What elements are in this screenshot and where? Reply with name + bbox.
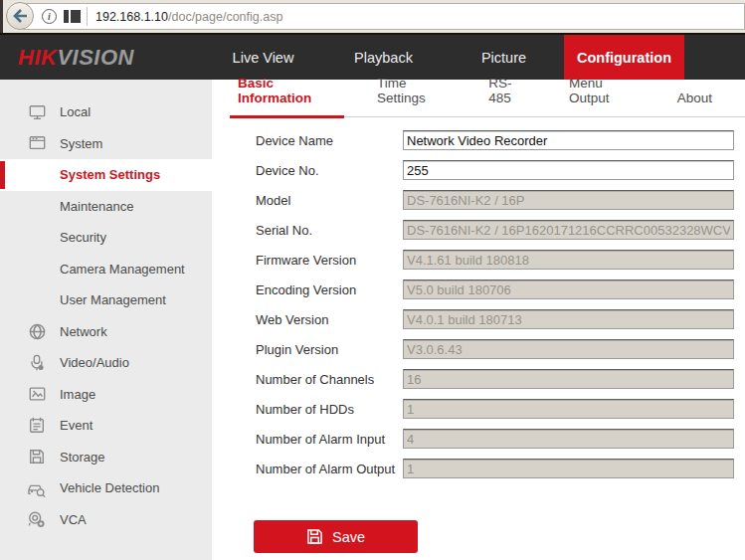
- vca-camera-icon: [27, 509, 47, 529]
- sidebar-item-video-audio[interactable]: Video/Audio: [0, 347, 212, 379]
- sidebar-item-label: Video/Audio: [60, 355, 129, 370]
- url-text: 192.168.1.10/doc/page/config.asp: [95, 10, 282, 24]
- top-nav: Live ViewPlaybackPictureConfiguration: [203, 35, 684, 80]
- field-label: Plugin Version: [256, 339, 403, 357]
- form-row: Device Name: [212, 130, 745, 160]
- sidebar-item-user-management[interactable]: User Management: [0, 284, 212, 316]
- microphone-icon: [27, 353, 47, 373]
- main-panel: Basic InformationTime SettingsRS-485Menu…: [212, 80, 745, 560]
- app-header: HIKVISION Live ViewPlaybackPictureConfig…: [0, 35, 745, 80]
- sidebar-item-label: System: [60, 136, 102, 151]
- field-label: Model: [256, 190, 403, 208]
- field-label: Device Name: [256, 130, 403, 148]
- logo-hik: HIK: [18, 45, 57, 71]
- url-field[interactable]: i 192.168.1.10/doc/page/config.asp: [21, 3, 745, 30]
- field-label: Number of Channels: [256, 369, 403, 387]
- globe-icon: [27, 321, 47, 341]
- tab-time-settings[interactable]: Time Settings: [369, 76, 456, 118]
- sidebar-item-label: Camera Management: [60, 262, 185, 277]
- image-icon: [27, 384, 47, 404]
- field-input-number-of-channels: [403, 369, 734, 389]
- page-info-icon[interactable]: i: [42, 9, 57, 24]
- system-window-icon: [27, 133, 47, 153]
- sidebar-item-label: Maintenance: [60, 199, 133, 214]
- save-floppy-icon: [306, 528, 323, 545]
- sidebar-nav: LocalSystemSystem SettingsMaintenanceSec…: [0, 80, 212, 560]
- nav-configuration[interactable]: Configuration: [564, 35, 684, 80]
- floppy-disk-icon: [27, 447, 47, 467]
- hikvision-logo: HIKVISION: [0, 35, 203, 80]
- tab-about[interactable]: About: [669, 91, 720, 118]
- sidebar-item-label: Vehicle Detection: [60, 480, 159, 495]
- tab-menu-output[interactable]: Menu Output: [561, 76, 645, 118]
- sidebar-item-system[interactable]: System: [0, 128, 212, 160]
- sidebar-item-security[interactable]: Security: [0, 222, 212, 254]
- sidebar-item-label: User Management: [60, 292, 166, 307]
- sidebar-item-storage[interactable]: Storage: [0, 442, 212, 473]
- field-label: Serial No.: [256, 220, 403, 238]
- nav-picture[interactable]: Picture: [444, 35, 564, 80]
- form-row: Number of HDDs: [212, 399, 745, 429]
- form-row: Device No.: [212, 160, 745, 190]
- field-input-encoding-version: [403, 280, 734, 299]
- field-input-device-name[interactable]: [403, 130, 734, 150]
- form-row: Number of Alarm Input: [212, 429, 745, 459]
- field-input-web-version: [403, 309, 734, 329]
- site-icon[interactable]: [64, 10, 81, 23]
- browser-address-bar: i 192.168.1.10/doc/page/config.asp: [0, 0, 745, 33]
- sidebar-item-label: Storage: [60, 450, 105, 465]
- sidebar-item-label: Event: [60, 418, 93, 433]
- sidebar-item-label: System Settings: [60, 167, 160, 182]
- tab-rs-485[interactable]: RS-485: [480, 76, 536, 118]
- save-button-label: Save: [332, 529, 365, 545]
- sidebar-item-label: Security: [60, 230, 106, 245]
- vehicle-search-icon: [27, 478, 47, 498]
- field-input-number-of-hdds: [403, 399, 734, 419]
- sidebar-item-vca[interactable]: VCA: [0, 504, 212, 536]
- field-label: Device No.: [256, 160, 403, 178]
- field-label: Encoding Version: [256, 280, 403, 297]
- save-button[interactable]: Save: [254, 520, 418, 553]
- form-row: Number of Channels: [212, 369, 745, 399]
- form-row: Serial No.: [212, 220, 745, 250]
- field-label: Number of HDDs: [256, 399, 403, 417]
- sidebar-item-vehicle-detection[interactable]: Vehicle Detection: [0, 472, 212, 504]
- sidebar-item-label: Local: [60, 104, 91, 119]
- content-area: LocalSystemSystem SettingsMaintenanceSec…: [0, 80, 745, 560]
- form-row: Plugin Version: [212, 339, 745, 369]
- field-label: Web Version: [256, 309, 403, 327]
- form-row: Encoding Version: [212, 280, 745, 309]
- field-input-plugin-version: [403, 339, 734, 359]
- url-host: 192.168.1.10: [95, 10, 168, 24]
- sidebar-item-image[interactable]: Image: [0, 379, 212, 411]
- sidebar-item-local[interactable]: Local: [0, 96, 212, 128]
- sidebar-item-camera-management[interactable]: Camera Management: [0, 254, 212, 285]
- field-label: Firmware Version: [256, 250, 403, 268]
- field-input-number-of-alarm-output: [403, 459, 734, 478]
- field-input-firmware-version: [403, 250, 734, 270]
- field-input-serial-no: [403, 220, 734, 240]
- back-arrow-icon: [12, 9, 28, 23]
- nav-live-view[interactable]: Live View: [203, 35, 323, 80]
- event-calendar-icon: [27, 416, 47, 436]
- nav-playback[interactable]: Playback: [323, 35, 444, 80]
- form-row: Number of Alarm Output: [212, 459, 745, 488]
- browser-back-button[interactable]: [6, 2, 34, 30]
- sidebar-item-network[interactable]: Network: [0, 316, 212, 348]
- sidebar-item-event[interactable]: Event: [0, 410, 212, 442]
- sidebar-item-label: VCA: [60, 512, 87, 527]
- url-path: /doc/page/config.asp: [168, 10, 282, 24]
- logo-vision: VISION: [57, 45, 134, 71]
- tab-bar: Basic InformationTime SettingsRS-485Menu…: [230, 80, 745, 117]
- basic-information-form: Device NameDevice No.ModelSerial No.Firm…: [212, 130, 745, 488]
- selected-indicator: [0, 161, 5, 189]
- field-input-device-no[interactable]: [403, 160, 734, 180]
- form-row: Firmware Version: [212, 250, 745, 280]
- tab-basic-information[interactable]: Basic Information: [230, 76, 344, 118]
- sidebar-item-maintenance[interactable]: Maintenance: [0, 191, 212, 223]
- sidebar-item-label: Network: [60, 324, 107, 339]
- sidebar-item-system-settings[interactable]: System Settings: [0, 159, 212, 191]
- field-label: Number of Alarm Output: [256, 459, 403, 476]
- form-row: Model: [212, 190, 745, 220]
- field-input-number-of-alarm-input: [403, 429, 734, 449]
